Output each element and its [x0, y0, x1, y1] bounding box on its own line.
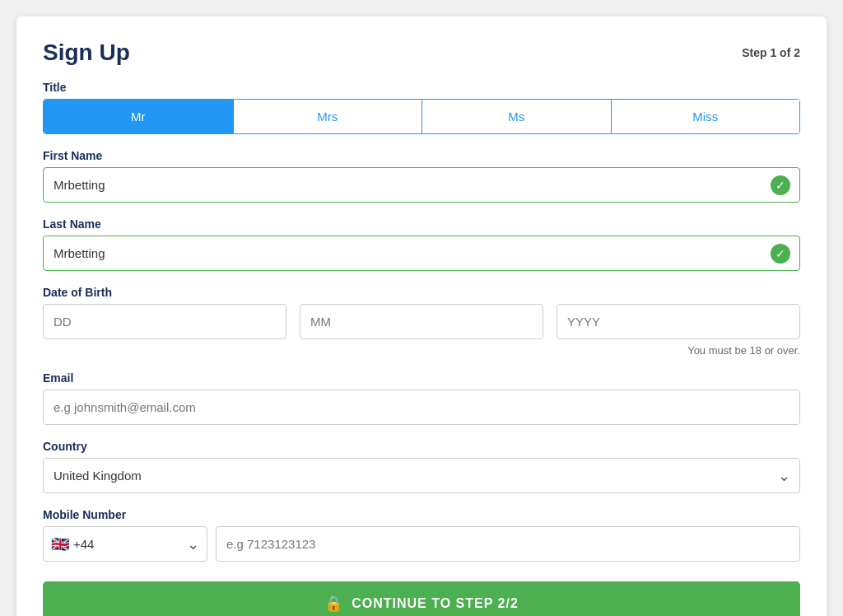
continue-button[interactable]: 🔒 CONTINUE TO STEP 2/2: [43, 581, 800, 616]
first-name-input-wrapper: ✓: [43, 167, 800, 203]
title-selector: Mr Mrs Ms Miss: [43, 99, 800, 134]
dob-month-input[interactable]: [300, 304, 543, 339]
mobile-row: 🇬🇧 +44 +1 +353 +61 ⌄: [43, 526, 800, 562]
header-row: Sign Up Step 1 of 2: [43, 40, 800, 66]
phone-prefix-select[interactable]: +44 +1 +353 +61: [43, 526, 207, 562]
email-input[interactable]: [43, 390, 800, 425]
title-field-group: Title Mr Mrs Ms Miss: [43, 81, 800, 134]
title-ms-button[interactable]: Ms: [422, 100, 611, 133]
country-select[interactable]: United Kingdom Ireland USA Australia: [43, 458, 800, 493]
last-name-input[interactable]: [43, 236, 800, 271]
step-text: Step 1 of 2: [742, 46, 800, 59]
country-label: Country: [43, 440, 800, 453]
email-label: Email: [43, 371, 800, 385]
first-name-input[interactable]: [43, 167, 800, 203]
mobile-number-input[interactable]: [216, 526, 800, 562]
first-name-valid-icon: ✓: [771, 175, 790, 195]
last-name-input-wrapper: ✓: [43, 236, 800, 271]
lock-icon: 🔒: [324, 595, 343, 613]
step-indicator: Step 1 of 2: [742, 46, 800, 59]
email-field-group: Email: [43, 371, 800, 425]
last-name-valid-icon: ✓: [771, 244, 790, 264]
first-name-field-group: First Name ✓: [43, 149, 800, 203]
signup-card: Sign Up Step 1 of 2 Title Mr Mrs Ms Miss…: [16, 16, 827, 616]
dob-field-group: Date of Birth You must be 18 or over.: [43, 286, 800, 357]
page-title: Sign Up: [43, 40, 130, 66]
dob-day-input[interactable]: [43, 304, 286, 339]
country-select-wrapper: United Kingdom Ireland USA Australia ⌄: [43, 458, 800, 493]
first-name-label: First Name: [43, 149, 800, 162]
last-name-label: Last Name: [43, 217, 800, 231]
country-field-group: Country United Kingdom Ireland USA Austr…: [43, 440, 800, 493]
phone-prefix-wrapper: 🇬🇧 +44 +1 +353 +61 ⌄: [43, 526, 207, 562]
title-label: Title: [43, 81, 800, 94]
dob-year-input[interactable]: [557, 304, 800, 339]
continue-button-label: CONTINUE TO STEP 2/2: [352, 596, 519, 611]
title-miss-button[interactable]: Miss: [611, 100, 800, 133]
last-name-field-group: Last Name ✓: [43, 217, 800, 271]
age-note: You must be 18 or over.: [43, 344, 800, 357]
mobile-label: Mobile Number: [43, 508, 800, 521]
mobile-field-group: Mobile Number 🇬🇧 +44 +1 +353 +61 ⌄: [43, 508, 800, 562]
title-mr-button[interactable]: Mr: [44, 100, 233, 133]
dob-row: [43, 304, 800, 339]
dob-label: Date of Birth: [43, 286, 800, 299]
title-mrs-button[interactable]: Mrs: [233, 100, 422, 133]
